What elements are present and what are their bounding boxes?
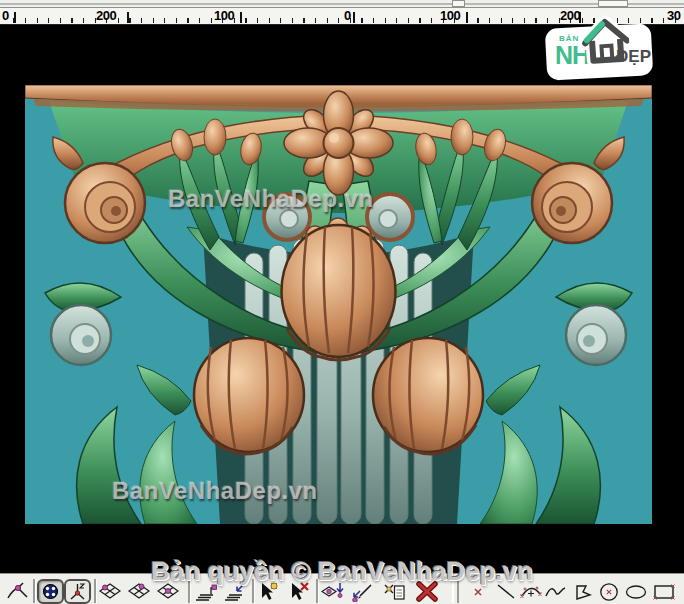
- rotate-view-icon[interactable]: [6, 581, 30, 602]
- splitter-line: [0, 3, 684, 5]
- plane-view-topleft-node-icon[interactable]: [98, 581, 122, 602]
- copyright-watermark: Bản quyền © BanVeNhaDep.vn: [151, 556, 533, 587]
- ruler-label: 100: [214, 8, 234, 23]
- shaded-sphere-view-icon[interactable]: [37, 579, 64, 604]
- watermark-top: BanVeNhaDep.vn: [168, 185, 374, 213]
- toolbar-separator: [33, 579, 36, 603]
- ruler-major-tick: [240, 12, 242, 23]
- splitter-handle-2[interactable]: [598, 0, 628, 7]
- corinthian-capital-relief: [25, 85, 652, 524]
- ruler-major-tick: [14, 12, 16, 23]
- watermark-bottom: BanVeNhaDep.vn: [112, 477, 318, 505]
- coordinate-axes-icon[interactable]: [64, 579, 91, 604]
- ruler-major-tick: [127, 12, 129, 23]
- draw-rectangle-icon[interactable]: [652, 581, 676, 602]
- plane-view-top-node-icon[interactable]: [127, 581, 151, 602]
- ruler-label: 100: [440, 8, 460, 23]
- ruler-label: 0: [344, 8, 351, 23]
- ruler-label: 0: [2, 8, 9, 23]
- ruler-major-tick: [466, 12, 468, 23]
- model-viewport[interactable]: BanVeNhaDep.vn BanVeNhaDep.vn: [0, 25, 684, 573]
- top-splitter: [0, 0, 684, 8]
- draw-spline-icon[interactable]: [544, 581, 568, 602]
- ruler-major-tick: [353, 12, 355, 23]
- ruler-label: 200: [96, 8, 116, 23]
- app-window: 0 200 100 0 100 200 30: [0, 0, 684, 604]
- draw-polygon-icon[interactable]: [570, 581, 594, 602]
- logo-suffix-text: ĐẸP: [616, 47, 651, 67]
- splitter-handle[interactable]: [452, 0, 465, 7]
- toolbar-separator: [94, 579, 97, 603]
- site-logo: BẢN VẼ NHÀ ĐẸP: [548, 12, 654, 84]
- relief-canvas[interactable]: [25, 85, 652, 524]
- ruler-label: 30: [667, 8, 680, 23]
- draw-ellipse-icon[interactable]: [624, 581, 648, 602]
- draw-circle-icon[interactable]: [597, 581, 621, 602]
